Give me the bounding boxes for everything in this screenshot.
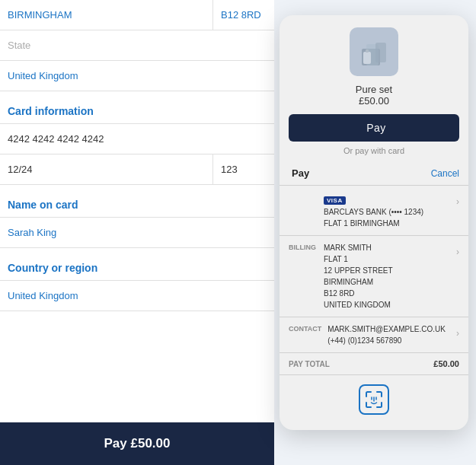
apple-pay-modal: Pure set £50.00 Pay Or pay with card Pay…	[280, 15, 468, 430]
name-field[interactable]: Sarah King	[0, 217, 274, 248]
billing-line1: FLAT 1	[324, 253, 450, 265]
face-id-container[interactable]	[280, 375, 468, 418]
svg-rect-4	[366, 49, 369, 53]
expiry-cvv-row: 12/24 123	[0, 154, 274, 185]
city-postcode-row: BIRMINGHAM B12 8RD	[0, 0, 274, 30]
contact-label: CONTACT	[289, 323, 321, 333]
left-panel: BIRMINGHAM B12 8RD State United Kingdom …	[0, 0, 274, 465]
svg-rect-2	[375, 43, 386, 62]
contact-content: MARK.SMITH@EXAMPLE.CO.UK (+44) (0)1234 5…	[327, 323, 450, 346]
modal-header: Pay Cancel	[280, 161, 468, 186]
face-id-icon[interactable]	[359, 384, 389, 415]
product-name: Pure set	[280, 84, 468, 95]
city-field[interactable]: BIRMINGHAM	[0, 0, 213, 30]
country-label: Country or region	[0, 248, 274, 280]
card-number-field[interactable]: 4242 4242 4242 4242	[0, 123, 274, 154]
contact-email: MARK.SMITH@EXAMPLE.CO.UK	[327, 323, 450, 335]
name-on-card-label: Name on card	[0, 185, 274, 217]
card-info-label: Card information	[0, 91, 274, 123]
billing-line2: 12 UPPER STREET	[324, 265, 450, 276]
or-pay-text: Or pay with card	[280, 146, 468, 155]
pay-button[interactable]: Pay £50.00	[0, 422, 274, 465]
state-field[interactable]: State	[0, 30, 274, 61]
billing-city: BIRMINGHAM	[324, 276, 450, 288]
product-image	[350, 27, 398, 76]
postcode-field[interactable]: B12 8RD	[213, 0, 274, 30]
cancel-button[interactable]: Cancel	[431, 168, 459, 179]
pay-total-label: PAY TOTAL	[289, 360, 330, 368]
billing-country-top[interactable]: United Kingdom	[0, 61, 274, 91]
billing-country: UNITED KINGDOM	[324, 299, 450, 311]
contact-section[interactable]: CONTACT MARK.SMITH@EXAMPLE.CO.UK (+44) (…	[280, 317, 468, 353]
pay-total-row: PAY TOTAL £50.00	[280, 353, 468, 375]
card-section-label	[289, 192, 318, 193]
card-content: VISA BARCLAYS BANK (•••• 1234) FLAT 1 BI…	[324, 192, 450, 229]
country-field[interactable]: United Kingdom	[0, 280, 274, 311]
svg-rect-3	[363, 52, 371, 64]
card-section[interactable]: VISA BARCLAYS BANK (•••• 1234) FLAT 1 BI…	[280, 186, 468, 236]
billing-name: MARK SMITH	[324, 242, 450, 253]
billing-postcode: B12 8RD	[324, 288, 450, 299]
apple-pay-text: Pay	[366, 122, 386, 134]
billing-label: BILLING	[289, 242, 318, 251]
card-chevron-icon: ›	[456, 192, 459, 207]
modal-title: Pay	[292, 167, 309, 179]
contact-phone: (+44) (0)1234 567890	[327, 335, 450, 346]
billing-section[interactable]: BILLING MARK SMITH FLAT 1 12 UPPER STREE…	[280, 236, 468, 317]
apple-pay-button[interactable]: Pay	[289, 114, 459, 142]
bank-address: FLAT 1 BIRMINGHAM	[324, 218, 450, 229]
billing-chevron-icon: ›	[456, 242, 459, 257]
visa-badge: VISA	[324, 196, 346, 205]
billing-content: MARK SMITH FLAT 1 12 UPPER STREET BIRMIN…	[324, 242, 450, 311]
product-image-container	[280, 27, 468, 76]
product-price: £50.00	[280, 95, 468, 107]
modal-apple-pay-label: Pay	[289, 167, 309, 179]
contact-chevron-icon: ›	[456, 323, 459, 339]
bank-name: BARCLAYS BANK (•••• 1234)	[324, 206, 450, 218]
cvv-field[interactable]: 123	[213, 154, 274, 184]
expiry-field[interactable]: 12/24	[0, 154, 213, 184]
pay-total-amount: £50.00	[433, 359, 459, 368]
